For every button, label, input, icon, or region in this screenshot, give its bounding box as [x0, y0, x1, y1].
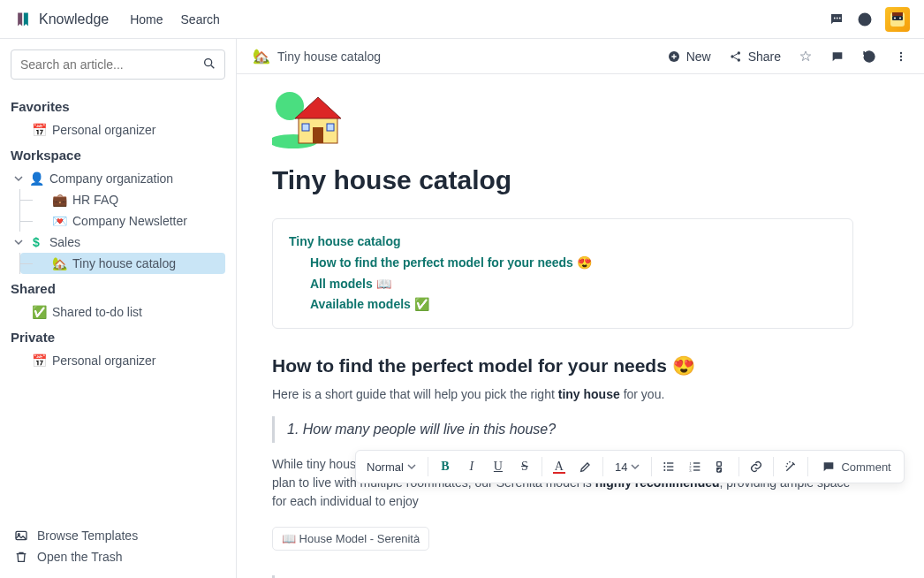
table-of-contents: Tiny house catalog How to find the perfe…	[272, 218, 853, 329]
sidebar-item-newsletter[interactable]: 💌 Company Newsletter	[20, 210, 225, 232]
caret-down-icon	[14, 238, 23, 247]
speech-icon	[822, 460, 836, 474]
svg-point-14	[737, 51, 739, 54]
sidebar-item-company-org[interactable]: 👤 Company organization	[11, 168, 225, 189]
chevron-down-icon	[407, 462, 416, 471]
link-icon	[749, 460, 763, 474]
text-toolbar: Normal B I U S A	[355, 450, 905, 483]
browse-templates[interactable]: Browse Templates	[11, 525, 225, 546]
person-icon: 👤	[29, 171, 43, 186]
sidebar-item-personal-organizer[interactable]: 📅 Personal organizer	[11, 119, 225, 141]
svg-point-28	[664, 469, 666, 471]
clock-icon[interactable]	[857, 11, 873, 27]
sidebar-item-sales[interactable]: $ Sales	[11, 232, 225, 253]
new-button[interactable]: New	[667, 49, 711, 64]
sidebar-item-label: Shared to-do list	[52, 305, 142, 319]
section-workspace: Workspace	[11, 148, 225, 163]
bookmark-icon	[14, 11, 32, 28]
magic-button[interactable]	[778, 454, 803, 479]
sidebar-item-shared-todo[interactable]: ✅ Shared to-do list	[11, 301, 225, 323]
bold-button[interactable]: B	[433, 454, 458, 479]
calendar-icon: 📅	[32, 123, 46, 137]
italic-button[interactable]: I	[459, 454, 484, 479]
toc-link[interactable]: How to find the perfect model for your n…	[289, 253, 837, 274]
svg-rect-38	[717, 462, 722, 467]
sidebar-item-tiny-house[interactable]: 🏡 Tiny house catalog	[20, 253, 225, 274]
model-chip[interactable]: 📖 House Model - Serenità	[272, 527, 429, 551]
kebab-icon[interactable]	[894, 49, 908, 64]
svg-rect-23	[313, 127, 323, 143]
wand-icon	[784, 460, 798, 474]
breadcrumb[interactable]: 🏡 Tiny house catalog	[253, 48, 381, 65]
nav-search[interactable]: Search	[181, 12, 220, 27]
calendar-icon: 📅	[32, 354, 46, 368]
envelope-icon: 💌	[52, 214, 66, 228]
sidebar-item-label: Sales	[49, 235, 80, 249]
share-button[interactable]: Share	[729, 49, 781, 64]
svg-rect-35	[693, 463, 700, 464]
hero-icon[interactable]	[272, 87, 853, 162]
app-name: Knowledge	[39, 11, 109, 27]
toc-link[interactable]: Tiny house catalog	[289, 232, 837, 253]
svg-rect-29	[667, 463, 673, 464]
search-input[interactable]	[11, 49, 225, 80]
svg-point-26	[664, 462, 666, 464]
text-color-button[interactable]: A	[547, 454, 572, 479]
section-heading: How to find the perfect model for your n…	[272, 355, 853, 376]
style-select[interactable]: Normal	[360, 457, 423, 477]
svg-point-9	[205, 59, 212, 66]
toc-link[interactable]: All models 📖	[289, 274, 837, 295]
sidebar-item-label: Company organization	[49, 171, 173, 186]
doc-content: Tiny house catalog Tiny house catalog Ho…	[237, 74, 924, 578]
nav-home[interactable]: Home	[130, 12, 163, 27]
chat-icon[interactable]	[829, 11, 844, 27]
comment-button[interactable]: Comment	[813, 456, 899, 477]
sidebar-item-label: Personal organizer	[52, 354, 156, 368]
sidebar-item-label: Tiny house catalog	[72, 256, 176, 270]
house-icon: 🏡	[253, 48, 270, 65]
toc-link[interactable]: Available models ✅	[289, 294, 837, 316]
checklist-icon	[715, 460, 729, 474]
sidebar-item-label: Personal organizer	[52, 123, 156, 137]
svg-rect-37	[693, 470, 700, 471]
svg-rect-31	[667, 470, 673, 471]
sidebar: Favorites 📅 Personal organizer Workspace…	[0, 39, 237, 578]
svg-point-7	[894, 17, 896, 19]
strike-button[interactable]: S	[512, 454, 537, 479]
user-avatar[interactable]	[885, 7, 910, 32]
section-favorites: Favorites	[11, 99, 225, 114]
list-ul-icon	[662, 460, 676, 474]
svg-rect-36	[693, 467, 700, 468]
label: Browse Templates	[37, 529, 138, 543]
sidebar-item-personal-organizer-private[interactable]: 📅 Personal organizer	[11, 350, 225, 371]
history-icon[interactable]	[862, 49, 876, 64]
svg-point-17	[900, 55, 902, 57]
app-logo[interactable]: Knowledge	[14, 11, 109, 28]
breadcrumb-label: Tiny house catalog	[277, 49, 381, 64]
comment-icon[interactable]	[830, 49, 844, 64]
svg-point-1	[837, 17, 838, 19]
checklist-button[interactable]	[709, 454, 734, 479]
svg-point-13	[731, 55, 733, 57]
font-size-select[interactable]: 14	[608, 457, 647, 477]
image-icon	[14, 529, 28, 543]
svg-point-16	[900, 51, 902, 53]
svg-text:3: 3	[690, 468, 693, 473]
star-icon[interactable]	[799, 49, 813, 64]
svg-point-0	[834, 17, 836, 19]
bullet-list-button[interactable]	[656, 454, 681, 479]
svg-point-2	[839, 17, 841, 19]
underline-button[interactable]: U	[486, 454, 511, 479]
doc-header: 🏡 Tiny house catalog New Share	[237, 39, 924, 74]
svg-rect-30	[667, 467, 673, 468]
svg-point-8	[899, 17, 901, 19]
svg-rect-25	[327, 124, 334, 131]
svg-point-27	[664, 466, 666, 468]
highlight-button[interactable]	[573, 454, 598, 479]
link-button[interactable]	[744, 454, 769, 479]
label: Open the Trash	[37, 550, 123, 564]
open-trash[interactable]: Open the Trash	[11, 546, 225, 567]
svg-rect-24	[302, 124, 309, 131]
sidebar-item-hr-faq[interactable]: 💼 HR FAQ	[20, 189, 225, 210]
number-list-button[interactable]: 123	[683, 454, 708, 479]
